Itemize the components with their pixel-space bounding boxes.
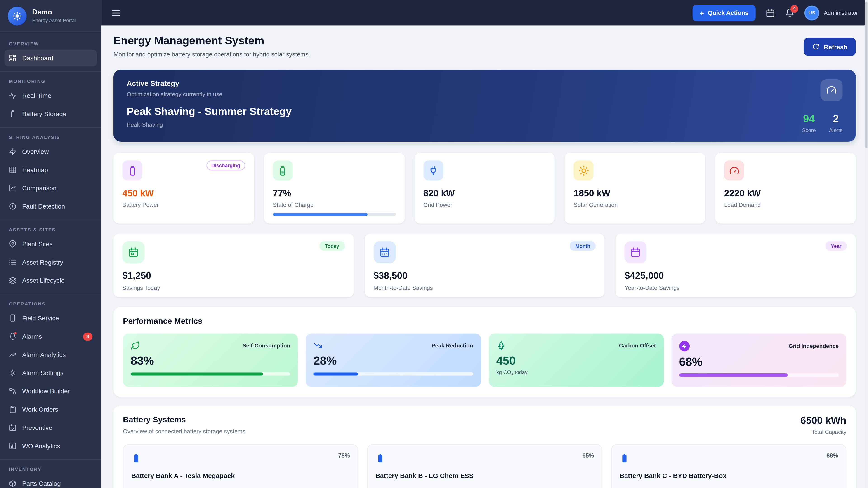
savings-label: Month-to-Date Savings [373, 285, 596, 291]
page-scrollbar[interactable] [865, 0, 868, 488]
calendar-button[interactable] [766, 8, 775, 18]
sidebar-item-alarm-analytics[interactable]: Alarm Analytics [4, 346, 97, 363]
trending-up-icon [9, 351, 17, 359]
sidebar-item-wo-analytics[interactable]: WO Analytics [4, 437, 97, 454]
sidebar-item-battery-storage[interactable]: Battery Storage [4, 106, 97, 122]
self-consumption-tile: Self-Consumption 83% [123, 334, 298, 387]
sidebar-item-asset-registry[interactable]: Asset Registry [4, 254, 97, 270]
sidebar-item-label: Field Service [22, 315, 59, 321]
sidebar-item-field-service[interactable]: Field Service [4, 310, 97, 326]
layers-icon [9, 276, 17, 284]
map-pin-icon [9, 240, 17, 248]
sidebar-item-real-time[interactable]: Real-Time [4, 88, 97, 104]
alert-circle-icon [9, 202, 17, 210]
savings-cards-row: Today $1,250 Savings Today Month $38,500… [114, 233, 856, 297]
sidebar-item-heatmap[interactable]: Heatmap [4, 162, 97, 178]
page-title: Energy Management System [114, 34, 310, 47]
state-of-charge-card: 77% State of Charge [264, 153, 405, 223]
sidebar-item-preventive[interactable]: Preventive [4, 419, 97, 436]
sidebar-item-comparison[interactable]: Comparison [4, 180, 97, 196]
sidebar-item-alarm-settings[interactable]: Alarm Settings [4, 365, 97, 381]
sidebar-item-label: Parts Catalog [22, 480, 61, 487]
sidebar-item-label: Alarm Analytics [22, 351, 66, 358]
scrollbar-thumb[interactable] [865, 2, 868, 148]
tile-label: Self-Consumption [243, 343, 290, 349]
brand-subtitle: Energy Asset Portal [32, 18, 76, 23]
calendar-year-icon [630, 247, 641, 258]
page-content: Energy Management System Monitor and opt… [101, 26, 868, 488]
battery-icon [9, 110, 17, 118]
sidebar-section-assets-sites: ASSETS & SITES Plant Sites Asset Registr… [0, 220, 101, 294]
leaf-icon [131, 341, 140, 350]
brand-logo-icon [8, 6, 26, 25]
sidebar-item-dashboard[interactable]: Dashboard [4, 50, 97, 66]
sidebar-item-label: Fault Detection [22, 203, 65, 210]
stat-label: Solar Generation [574, 201, 696, 208]
page-header: Energy Management System Monitor and opt… [114, 34, 856, 58]
strategy-type: Peak-Shaving [127, 121, 291, 128]
total-capacity-label: Total Capacity [800, 429, 846, 435]
tile-value: 450 [496, 354, 656, 367]
activity-icon [9, 92, 17, 100]
savings-label: Year-to-Date Savings [625, 285, 847, 291]
quick-actions-label: Quick Actions [708, 9, 748, 16]
sidebar-item-alarms[interactable]: Alarms 8 [4, 328, 97, 345]
period-badge: Today [319, 241, 345, 251]
savings-value: $38,500 [373, 271, 596, 282]
strategy-name: Peak Shaving - Summer Strategy [127, 106, 291, 118]
soc-progress-fill [273, 213, 367, 216]
stat-value: 450 kW [122, 188, 245, 199]
brand-block[interactable]: Demo Energy Asset Portal [0, 0, 101, 32]
calendar-day-icon [128, 247, 139, 258]
sidebar-item-overview[interactable]: Overview [4, 143, 97, 160]
sidebar: Demo Energy Asset Portal OVERVIEW Dashbo… [0, 0, 101, 488]
performance-metrics-section: Performance Metrics Self-Consumption 83% [114, 307, 856, 397]
bank-charge: 78% [338, 452, 350, 459]
battery-icon [278, 165, 288, 176]
gear-icon [9, 369, 17, 377]
quick-actions-button[interactable]: + Quick Actions [692, 5, 756, 21]
strategy-title: Active Strategy [127, 79, 291, 88]
sidebar-item-fault-detection[interactable]: Fault Detection [4, 198, 97, 215]
soc-progress-bar [273, 213, 396, 216]
sidebar-item-plant-sites[interactable]: Plant Sites [4, 236, 97, 252]
sidebar-item-label: Work Orders [22, 406, 58, 413]
user-role-label: Administrator [824, 9, 858, 16]
sidebar-item-label: Asset Lifecycle [22, 277, 65, 284]
battery-bank-card: 78% Battery Bank A - Tesla Megapack [123, 445, 358, 488]
sidebar-item-work-orders[interactable]: Work Orders [4, 401, 97, 418]
section-label: OVERVIEW [4, 37, 97, 50]
clipboard-icon [9, 405, 17, 413]
notifications-button[interactable]: 4 [785, 8, 795, 18]
section-label: MONITORING [4, 74, 97, 88]
score-value: 94 [802, 113, 816, 125]
smartphone-icon [9, 314, 17, 322]
refresh-button[interactable]: Refresh [804, 38, 856, 56]
period-badge: Month [570, 241, 596, 251]
trending-down-icon [313, 341, 323, 350]
bank-charge: 88% [827, 452, 838, 459]
package-icon [9, 480, 17, 487]
grid-independence-tile: Grid Independence 68% [671, 334, 846, 387]
savings-value: $1,250 [122, 271, 345, 282]
user-menu[interactable]: US Administrator [804, 5, 858, 20]
sidebar-item-parts-catalog[interactable]: Parts Catalog [4, 475, 97, 488]
gauge-icon [729, 165, 740, 176]
brand-name: Demo [32, 8, 76, 16]
sidebar-item-label: Battery Storage [22, 111, 66, 117]
active-strategy-banner: Active Strategy Optimization strategy cu… [114, 70, 856, 142]
stat-cards-row: Discharging 450 kW Battery Power 77% Sta… [114, 153, 856, 223]
tile-unit: kg CO₂ today [496, 369, 656, 375]
tile-value: 68% [679, 355, 839, 368]
strategy-subtitle: Optimization strategy currently in use [127, 91, 291, 97]
menu-toggle-button[interactable] [111, 8, 121, 18]
battery-systems-title: Battery Systems [123, 415, 246, 424]
stat-label: Load Demand [724, 201, 847, 208]
refresh-icon [812, 43, 819, 51]
sidebar-item-workflow-builder[interactable]: Workflow Builder [4, 383, 97, 399]
sun-icon [579, 165, 589, 176]
battery-icon [619, 452, 629, 464]
strategy-gauge-button[interactable] [820, 79, 842, 101]
sidebar-item-asset-lifecycle[interactable]: Asset Lifecycle [4, 272, 97, 289]
peak-reduction-tile: Peak Reduction 28% [306, 334, 480, 387]
